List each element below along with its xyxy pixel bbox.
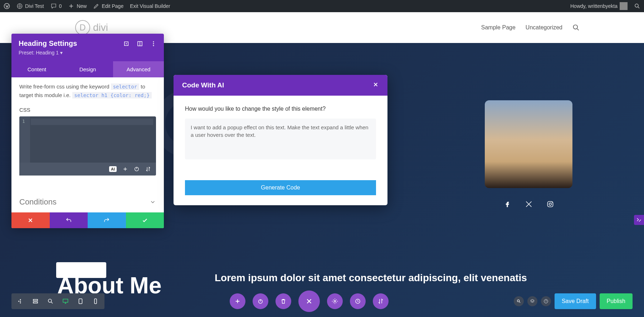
search-icon[interactable] <box>634 3 640 9</box>
trash-icon[interactable] <box>275 293 291 309</box>
svg-point-2 <box>635 4 638 7</box>
tablet-icon[interactable] <box>73 293 88 309</box>
svg-point-20 <box>48 299 52 302</box>
howdy-user[interactable]: Howdy, writtenbyekta <box>570 2 628 10</box>
x-icon[interactable] <box>525 201 532 208</box>
power-icon[interactable] <box>134 166 140 172</box>
svg-point-15 <box>20 301 21 302</box>
redo-button[interactable] <box>88 212 126 228</box>
menu-icon[interactable] <box>13 293 28 309</box>
svg-point-17 <box>20 299 21 300</box>
hero-portrait-image <box>485 100 572 188</box>
help-icon[interactable]: ? <box>541 296 551 306</box>
close-builder-icon[interactable] <box>298 290 320 312</box>
site-name[interactable]: Divi Test <box>16 3 44 9</box>
social-icons <box>485 201 572 208</box>
svg-text:?: ? <box>545 300 547 302</box>
about-subtext: Lorem ipsum dolor sit amet consectetur a… <box>215 272 572 284</box>
cancel-button[interactable] <box>11 212 50 228</box>
tab-design[interactable]: Design <box>62 61 113 77</box>
plus-icon[interactable] <box>122 166 128 172</box>
svg-point-27 <box>517 300 519 302</box>
svg-point-11 <box>153 43 154 44</box>
svg-rect-18 <box>33 299 38 301</box>
save-draft-button[interactable]: Save Draft <box>555 293 596 309</box>
svg-point-8 <box>126 43 127 44</box>
nav-item[interactable]: Sample Page <box>481 24 516 31</box>
generate-code-button[interactable]: Generate Code <box>185 180 376 195</box>
chevron-down-icon <box>150 199 156 205</box>
svg-point-3 <box>574 25 578 29</box>
new-content[interactable]: New <box>68 3 87 9</box>
exit-visual-builder[interactable]: Exit Visual Builder <box>130 3 170 9</box>
search-icon[interactable] <box>572 24 580 31</box>
expand-icon[interactable] <box>123 40 130 47</box>
svg-point-5 <box>549 203 551 206</box>
svg-rect-23 <box>94 299 97 304</box>
code-with-ai-modal: Code With AI How would you like to chang… <box>174 75 387 205</box>
svg-rect-21 <box>63 299 68 302</box>
tab-advanced[interactable]: Advanced <box>113 61 164 77</box>
heading-settings-panel: Heading Settings Preset: Heading 1▾ Cont… <box>11 34 164 228</box>
save-controls: ? Save Draft Publish <box>514 293 633 309</box>
conditions-accordion[interactable]: Conditions <box>19 192 156 212</box>
svg-point-12 <box>153 45 154 46</box>
instagram-icon[interactable] <box>547 201 554 208</box>
history-icon[interactable] <box>350 293 366 309</box>
publish-button[interactable]: Publish <box>600 293 633 309</box>
svg-point-10 <box>153 41 154 42</box>
wireframe-icon[interactable] <box>28 293 43 309</box>
builder-bottom-bar: ? Save Draft Publish <box>11 293 633 309</box>
wp-logo[interactable] <box>4 3 10 9</box>
tab-content[interactable]: Content <box>11 61 62 77</box>
css-label: CSS <box>19 107 156 113</box>
confirm-button[interactable] <box>126 212 164 228</box>
gear-icon[interactable] <box>327 293 343 309</box>
sidebar-toggle[interactable] <box>634 215 644 225</box>
svg-point-14 <box>18 301 19 302</box>
facebook-icon[interactable] <box>504 201 511 208</box>
builder-actions <box>230 290 389 312</box>
sort-icon[interactable] <box>373 293 389 309</box>
more-icon[interactable] <box>150 40 157 47</box>
comments[interactable]: 0 <box>50 3 62 9</box>
svg-rect-22 <box>79 299 82 304</box>
svg-rect-19 <box>33 302 38 303</box>
primary-nav: Sample Page Uncategorized <box>481 24 580 31</box>
preset-selector[interactable]: Preset: Heading 1▾ <box>19 50 157 56</box>
power-icon[interactable] <box>253 293 268 309</box>
editor-active-line <box>31 119 153 125</box>
view-controls <box>11 293 104 309</box>
ai-question: How would you like to change the style o… <box>185 106 376 112</box>
settings-tabs: Content Design Advanced <box>11 61 164 77</box>
sort-icon[interactable] <box>145 166 151 172</box>
wp-admin-bar: Divi Test 0 New Edit Page Exit Visual Bu… <box>0 0 644 12</box>
mobile-icon[interactable] <box>88 293 103 309</box>
avatar <box>620 2 628 10</box>
add-icon[interactable] <box>230 293 245 309</box>
search-icon[interactable] <box>514 296 524 306</box>
panel-title: Heading Settings <box>19 39 77 48</box>
edit-page[interactable]: Edit Page <box>93 3 123 9</box>
svg-point-6 <box>552 202 552 203</box>
nav-item[interactable]: Uncategorized <box>526 24 562 31</box>
divi-logo[interactable]: Ddivi <box>75 20 108 35</box>
close-button[interactable] <box>372 81 379 89</box>
undo-button[interactable] <box>50 212 88 228</box>
zoom-icon[interactable] <box>43 293 58 309</box>
svg-point-25 <box>334 301 336 302</box>
svg-point-16 <box>20 302 21 303</box>
ai-badge[interactable]: AI <box>109 166 117 172</box>
css-editor[interactable]: 1 AI <box>19 116 156 176</box>
ai-prompt-input[interactable] <box>185 119 376 159</box>
desktop-icon[interactable] <box>58 293 73 309</box>
css-hint: Write free-form css using the keyword se… <box>19 82 156 100</box>
columns-icon[interactable] <box>137 40 143 47</box>
layers-icon[interactable] <box>527 296 537 306</box>
ai-modal-title: Code With AI <box>182 81 224 89</box>
